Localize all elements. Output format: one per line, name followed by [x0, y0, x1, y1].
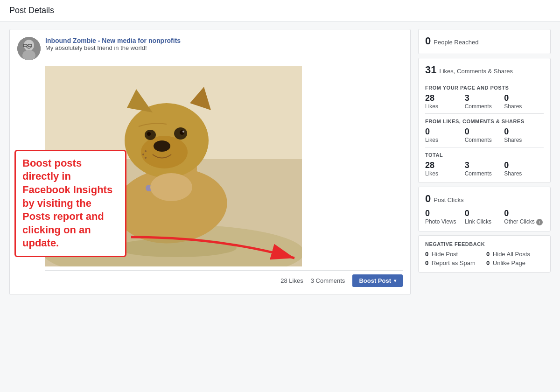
page-wrapper: Post Details	[0, 0, 560, 392]
hide-all-label: Hide All Posts	[493, 251, 530, 258]
total-stats: 28 Likes 3 Comments 0 Shares	[425, 161, 544, 177]
from-likes-stats: 0 Likes 0 Comments 0 Shares	[425, 127, 544, 143]
from-page-likes-num: 28	[425, 93, 465, 103]
link-clicks-col: 0 Link Clicks	[465, 209, 504, 225]
post-footer-stats: 28 Likes 3 Comments	[280, 277, 345, 284]
total-engagement-stat: 31 Likes, Comments & Shares	[425, 64, 544, 76]
hide-post-num: 0	[425, 251, 428, 258]
report-spam-item: 0 Report as Spam	[425, 259, 483, 266]
post-panel: Inbound Zombie - New media for nonprofit…	[9, 29, 411, 295]
unlike-num: 0	[486, 259, 490, 266]
total-likes-col: 28 Likes	[425, 161, 465, 177]
people-reached-label: People Reached	[434, 39, 478, 46]
from-page-likes-label: Likes	[425, 103, 465, 110]
page-header: Post Details	[0, 0, 560, 21]
from-page-likes-col: 28 Likes	[425, 93, 465, 110]
from-page-shares-num: 0	[504, 93, 544, 103]
post-clicks-stat: 0 Post Clicks	[425, 193, 544, 205]
annotation-box: Boost posts directly in Facebook Insight…	[14, 150, 126, 257]
hide-all-num: 0	[486, 251, 490, 258]
from-page-heading: FROM YOUR PAGE AND POSTS	[425, 85, 544, 91]
from-likes-comments-num: 0	[465, 127, 504, 137]
stats-panel: 0 People Reached 31 Likes, Comments & Sh…	[418, 29, 551, 295]
total-comments-num: 3	[465, 161, 504, 170]
unlike-page-item: 0 Unlike Page	[486, 259, 544, 266]
svg-point-15	[154, 140, 170, 152]
divider-2	[425, 113, 544, 114]
svg-point-23	[150, 173, 192, 201]
from-likes-shares-num: 0	[504, 127, 544, 137]
post-author: Inbound Zombie - New media for nonprofit…	[45, 37, 181, 44]
post-meta: Inbound Zombie - New media for nonprofit…	[45, 37, 181, 51]
link-clicks-label: Link Clicks	[465, 218, 504, 225]
hide-post-item: 0 Hide Post	[425, 251, 483, 258]
from-page-comments-num: 3	[465, 93, 504, 103]
likes-comments-shares-section: 31 Likes, Comments & Shares FROM YOUR PA…	[418, 58, 551, 183]
boost-post-label: Boost Post	[359, 277, 391, 284]
main-content: Inbound Zombie - New media for nonprofit…	[0, 21, 560, 302]
from-likes-likes-num: 0	[425, 127, 465, 137]
svg-point-26	[145, 157, 147, 159]
from-likes-likes-col: 0 Likes	[425, 127, 465, 143]
total-shares-col: 0 Shares	[504, 161, 544, 177]
other-clicks-label: Other Clicks i	[504, 218, 544, 225]
total-likes-num: 28	[425, 161, 465, 170]
total-likes-label: Likes	[425, 170, 465, 177]
negative-feedback-heading: NEGATIVE FEEDBACK	[425, 241, 544, 247]
from-likes-shares-col: 0 Shares	[504, 127, 544, 143]
from-page-comments-col: 3 Comments	[465, 93, 504, 110]
svg-point-24	[145, 150, 147, 152]
total-heading: TOTAL	[425, 152, 544, 158]
divider-3	[425, 147, 544, 147]
chevron-down-icon: ▾	[394, 278, 396, 283]
total-shares-label: Shares	[504, 170, 544, 177]
from-likes-comments-col: 0 Comments	[465, 127, 504, 143]
negative-feedback-grid: 0 Hide Post 0 Hide All Posts 0 Report as…	[425, 251, 544, 266]
total-engagement-label: Likes, Comments & Shares	[439, 68, 513, 75]
negative-feedback-section: NEGATIVE FEEDBACK 0 Hide Post 0 Hide All…	[418, 235, 551, 273]
svg-point-1	[24, 40, 34, 51]
page-title: Post Details	[9, 6, 551, 15]
from-likes-shares-label: Shares	[504, 137, 544, 143]
from-likes-heading: FROM LIKES, COMMENTS & SHARES	[425, 119, 544, 124]
unlike-label: Unlike Page	[493, 259, 525, 266]
photo-views-num: 0	[425, 209, 465, 218]
post-subtitle: My absolutely best friend in the world!	[45, 44, 181, 51]
boost-post-button[interactable]: Boost Post ▾	[352, 274, 403, 287]
divider-1	[425, 80, 544, 80]
from-page-stats: 28 Likes 3 Comments 0 Shares	[425, 93, 544, 110]
svg-point-25	[142, 154, 144, 155]
annotation-text: Boost posts directly in Facebook Insight…	[22, 157, 112, 249]
avatar-image	[17, 37, 41, 60]
from-page-shares-label: Shares	[504, 103, 544, 110]
total-comments-label: Comments	[465, 170, 504, 177]
total-engagement-number: 31	[425, 64, 436, 76]
svg-point-20	[147, 132, 151, 136]
photo-views-label: Photo Views	[425, 218, 465, 225]
post-header: Inbound Zombie - New media for nonprofit…	[17, 37, 403, 60]
clicks-breakdown: 0 Photo Views 0 Link Clicks 0 Other Clic…	[425, 209, 544, 225]
link-clicks-num: 0	[465, 209, 504, 218]
from-page-comments-label: Comments	[465, 103, 504, 110]
people-reached-section: 0 People Reached	[418, 29, 551, 54]
post-clicks-section: 0 Post Clicks 0 Photo Views 0 Link Click…	[418, 187, 551, 231]
from-likes-likes-label: Likes	[425, 137, 465, 143]
post-footer: 28 Likes 3 Comments Boost Post ▾	[45, 270, 403, 287]
report-spam-label: Report as Spam	[432, 259, 476, 266]
photo-views-col: 0 Photo Views	[425, 209, 465, 225]
other-clicks-info-icon[interactable]: i	[536, 219, 543, 225]
people-reached-number: 0	[425, 35, 431, 47]
post-clicks-label: Post Clicks	[434, 196, 463, 203]
avatar	[17, 37, 41, 60]
report-spam-num: 0	[425, 259, 428, 266]
hide-post-label: Hide Post	[432, 251, 458, 258]
hide-all-posts-item: 0 Hide All Posts	[486, 251, 544, 258]
from-likes-comments-label: Comments	[465, 137, 504, 143]
post-comments-count: 3 Comments	[311, 277, 345, 284]
svg-point-18	[182, 131, 184, 133]
people-reached-stat: 0 People Reached	[425, 35, 544, 47]
from-page-shares-col: 0 Shares	[504, 93, 544, 110]
other-clicks-num: 0	[504, 209, 544, 218]
post-likes-count: 28 Likes	[280, 277, 303, 284]
total-comments-col: 3 Comments	[465, 161, 504, 177]
